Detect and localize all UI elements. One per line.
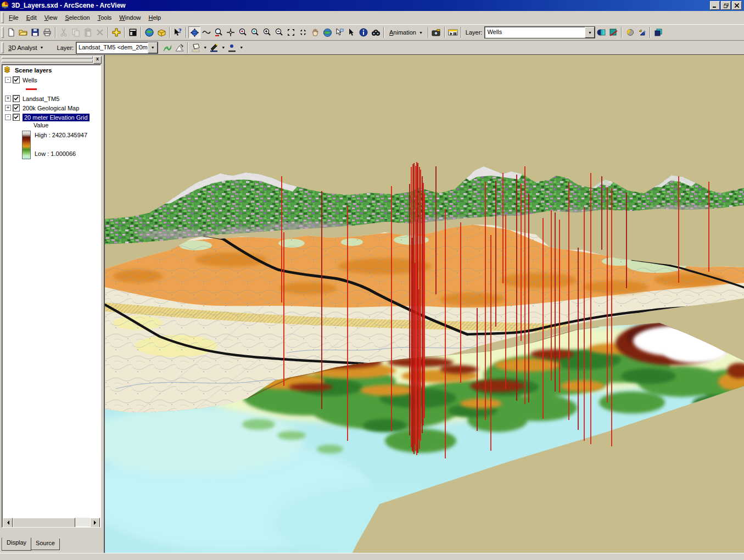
3d-scene[interactable] bbox=[105, 55, 744, 553]
menu-file[interactable]: File bbox=[5, 13, 23, 23]
toc-item-geological-map[interactable]: + 200k Geological Map bbox=[2, 103, 100, 113]
select-graphics-icon[interactable] bbox=[333, 26, 345, 38]
layer-lighting-icon[interactable] bbox=[624, 26, 636, 38]
toc-horizontal-scrollbar[interactable] bbox=[3, 518, 100, 527]
center-on-target-icon[interactable] bbox=[225, 26, 237, 38]
legend-color-ramp bbox=[22, 131, 31, 159]
restore-button[interactable] bbox=[721, 1, 731, 10]
toc-item-wells[interactable]: - Wells bbox=[2, 75, 100, 85]
toolbar-grip[interactable] bbox=[1, 27, 4, 38]
window-title: 3D_Layers.sxd - ArcScene - ArcView bbox=[12, 2, 710, 9]
analyst-menu-button[interactable]: 3D Analyst ▼ bbox=[5, 43, 47, 52]
zoom-to-target-icon[interactable] bbox=[237, 26, 249, 38]
expand-plus-icon[interactable]: + bbox=[5, 105, 11, 111]
minimize-button[interactable] bbox=[710, 1, 720, 10]
svg-text:?: ? bbox=[178, 28, 182, 34]
toolbar-grip[interactable] bbox=[1, 42, 4, 53]
copy-icon[interactable] bbox=[70, 26, 82, 38]
scene-viewport[interactable] bbox=[104, 55, 744, 553]
chevron-down-icon[interactable]: ▼ bbox=[148, 42, 158, 53]
menu-tools[interactable]: Tools bbox=[94, 13, 116, 23]
chevron-down-icon[interactable]: ▼ bbox=[202, 42, 208, 54]
toc-item-elevation-grid[interactable]: - 20 meter Elevation Grid bbox=[2, 113, 100, 122]
tab-display[interactable]: Display bbox=[2, 537, 31, 551]
legend-low-label: Low : 1.000066 bbox=[35, 150, 87, 157]
pan-icon[interactable] bbox=[309, 26, 321, 38]
zoom-out-icon[interactable] bbox=[273, 26, 285, 38]
tab-source[interactable]: Source bbox=[31, 539, 60, 550]
layer-transparency-icon[interactable] bbox=[595, 26, 607, 38]
steepest-path-icon[interactable] bbox=[174, 42, 186, 54]
landsat-checkbox[interactable] bbox=[13, 95, 20, 102]
menu-view[interactable]: View bbox=[41, 13, 61, 23]
interpolate-polygon-icon[interactable] bbox=[190, 42, 202, 54]
paste-icon[interactable] bbox=[82, 26, 94, 38]
scrollbar-track[interactable] bbox=[75, 518, 90, 527]
expand-plus-icon[interactable]: + bbox=[5, 96, 11, 102]
toc-item-landsat[interactable]: + Landsat_TM5 bbox=[2, 94, 100, 103]
depth-priority-icon[interactable] bbox=[652, 26, 664, 38]
analyst-layer-label: Layer: bbox=[55, 44, 76, 51]
menu-window[interactable]: Window bbox=[115, 13, 144, 23]
elevation-legend: Value High : 2420.345947 Low : 1.000066 bbox=[22, 122, 100, 159]
new-document-icon[interactable] bbox=[5, 26, 17, 38]
delete-icon[interactable] bbox=[94, 26, 106, 38]
chevron-down-icon[interactable]: ▼ bbox=[585, 27, 595, 38]
analyst-layer-value: Landsat_TM5 <dem_20m_g bbox=[76, 42, 148, 53]
effects-layer-combo[interactable]: Wells ▼ bbox=[484, 26, 595, 38]
cut-icon[interactable] bbox=[58, 26, 70, 38]
identify-icon[interactable] bbox=[357, 26, 370, 38]
layer-label: Wells bbox=[23, 77, 37, 83]
toc-drag-grip[interactable]: x bbox=[2, 56, 102, 63]
application-window: 3D_Layers.sxd - ArcScene - ArcView File … bbox=[0, 0, 744, 560]
chevron-down-icon[interactable]: ▼ bbox=[220, 42, 226, 54]
shading-mode-icon[interactable] bbox=[636, 26, 648, 38]
layer-face-culling-icon[interactable] bbox=[607, 26, 619, 38]
add-data-icon[interactable] bbox=[110, 26, 122, 38]
animation-controls-icon[interactable] bbox=[447, 26, 459, 38]
elevation-checkbox[interactable] bbox=[13, 114, 20, 121]
analyst-layer-combo[interactable]: Landsat_TM5 <dem_20m_g ▼ bbox=[76, 42, 158, 54]
menu-edit[interactable]: Edit bbox=[23, 13, 41, 23]
wells-line-symbol[interactable] bbox=[26, 88, 37, 90]
scene-toc-icon[interactable] bbox=[127, 26, 139, 38]
scroll-right-arrow[interactable] bbox=[90, 518, 100, 528]
wells-checkbox[interactable] bbox=[13, 76, 20, 83]
geomap-checkbox[interactable] bbox=[13, 104, 20, 111]
select-elements-icon[interactable] bbox=[345, 26, 357, 38]
animation-menu-button[interactable]: Animation ▼ bbox=[386, 28, 426, 37]
menu-help[interactable]: Help bbox=[144, 13, 165, 23]
scrollbar-thumb[interactable] bbox=[13, 518, 75, 528]
navigate-orbit-icon[interactable] bbox=[188, 26, 200, 38]
arcscene-app-icon[interactable] bbox=[1, 1, 9, 10]
close-button[interactable] bbox=[732, 1, 742, 10]
toc-close-button[interactable]: x bbox=[93, 56, 102, 64]
menu-selection[interactable]: Selection bbox=[61, 13, 93, 23]
full-extent-icon[interactable] bbox=[321, 26, 333, 38]
set-observer-icon[interactable] bbox=[249, 26, 261, 38]
toc-tabs: Display Source bbox=[2, 539, 59, 551]
fly-icon[interactable] bbox=[200, 26, 212, 38]
fixed-zoom-out-icon[interactable] bbox=[297, 26, 309, 38]
collapse-minus-icon[interactable]: - bbox=[5, 77, 11, 83]
collapse-minus-icon[interactable]: - bbox=[5, 114, 11, 120]
effects-layer-value: Wells bbox=[485, 27, 585, 38]
print-icon[interactable] bbox=[41, 26, 53, 38]
zoom-in-tool-icon[interactable] bbox=[212, 26, 225, 38]
animation-camera-icon[interactable] bbox=[430, 26, 443, 38]
menubar-grip[interactable] bbox=[1, 12, 4, 23]
chevron-down-icon[interactable]: ▼ bbox=[238, 42, 244, 54]
wells-symbol-row[interactable] bbox=[2, 85, 100, 94]
open-folder-icon[interactable] bbox=[17, 26, 29, 38]
zoom-in-icon[interactable] bbox=[261, 26, 273, 38]
arcmap-globe-icon[interactable] bbox=[143, 26, 155, 38]
interpolate-line-icon[interactable] bbox=[208, 42, 220, 54]
interpolate-point-icon[interactable] bbox=[226, 42, 238, 54]
arccatalog-icon[interactable] bbox=[155, 26, 167, 38]
scroll-left-arrow[interactable] bbox=[3, 518, 13, 528]
whats-this-help-icon[interactable]: ? bbox=[172, 26, 184, 38]
find-icon[interactable] bbox=[370, 26, 382, 38]
create-contours-icon[interactable] bbox=[161, 42, 174, 54]
save-icon[interactable] bbox=[29, 26, 41, 38]
fixed-zoom-in-icon[interactable] bbox=[285, 26, 297, 38]
